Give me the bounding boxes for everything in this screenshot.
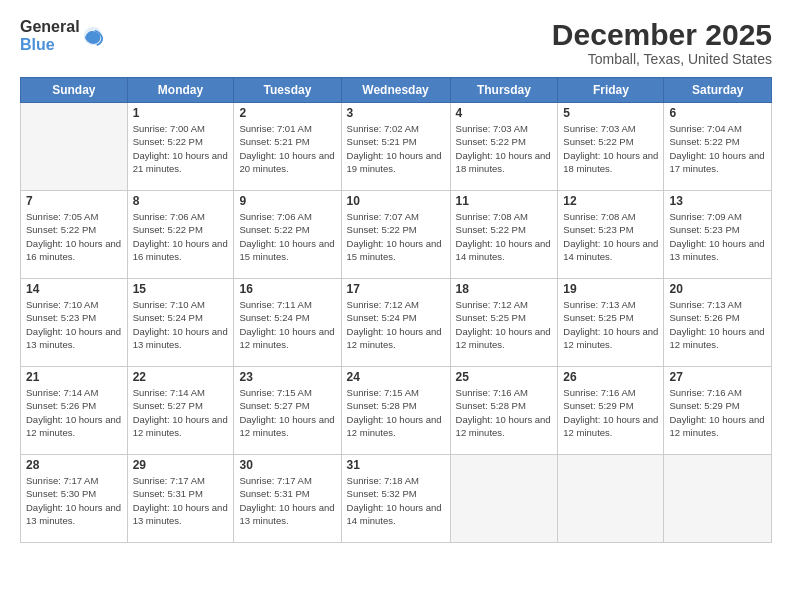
day-info: Sunrise: 7:16 AM Sunset: 5:28 PM Dayligh… <box>456 386 553 439</box>
weekday-header-saturday: Saturday <box>664 78 772 103</box>
day-info: Sunrise: 7:17 AM Sunset: 5:31 PM Dayligh… <box>133 474 229 527</box>
day-number: 31 <box>347 458 445 472</box>
day-number: 19 <box>563 282 658 296</box>
day-number: 7 <box>26 194 122 208</box>
day-number: 6 <box>669 106 766 120</box>
day-number: 27 <box>669 370 766 384</box>
day-number: 30 <box>239 458 335 472</box>
day-info: Sunrise: 7:08 AM Sunset: 5:22 PM Dayligh… <box>456 210 553 263</box>
logo-general: General <box>20 18 80 36</box>
day-info: Sunrise: 7:16 AM Sunset: 5:29 PM Dayligh… <box>563 386 658 439</box>
day-info: Sunrise: 7:12 AM Sunset: 5:24 PM Dayligh… <box>347 298 445 351</box>
calendar-cell: 11Sunrise: 7:08 AM Sunset: 5:22 PM Dayli… <box>450 191 558 279</box>
day-number: 3 <box>347 106 445 120</box>
calendar-week-row: 14Sunrise: 7:10 AM Sunset: 5:23 PM Dayli… <box>21 279 772 367</box>
day-info: Sunrise: 7:15 AM Sunset: 5:27 PM Dayligh… <box>239 386 335 439</box>
day-number: 9 <box>239 194 335 208</box>
calendar-cell: 3Sunrise: 7:02 AM Sunset: 5:21 PM Daylig… <box>341 103 450 191</box>
day-number: 1 <box>133 106 229 120</box>
day-number: 8 <box>133 194 229 208</box>
calendar-cell: 26Sunrise: 7:16 AM Sunset: 5:29 PM Dayli… <box>558 367 664 455</box>
day-number: 15 <box>133 282 229 296</box>
day-number: 5 <box>563 106 658 120</box>
calendar-cell: 15Sunrise: 7:10 AM Sunset: 5:24 PM Dayli… <box>127 279 234 367</box>
calendar-cell: 22Sunrise: 7:14 AM Sunset: 5:27 PM Dayli… <box>127 367 234 455</box>
logo-text-block: General Blue <box>20 18 80 53</box>
day-number: 2 <box>239 106 335 120</box>
logo: General Blue <box>20 18 104 53</box>
logo-blue: Blue <box>20 36 80 54</box>
day-info: Sunrise: 7:10 AM Sunset: 5:23 PM Dayligh… <box>26 298 122 351</box>
calendar-cell: 9Sunrise: 7:06 AM Sunset: 5:22 PM Daylig… <box>234 191 341 279</box>
day-info: Sunrise: 7:15 AM Sunset: 5:28 PM Dayligh… <box>347 386 445 439</box>
day-number: 10 <box>347 194 445 208</box>
calendar-cell: 25Sunrise: 7:16 AM Sunset: 5:28 PM Dayli… <box>450 367 558 455</box>
weekday-header-tuesday: Tuesday <box>234 78 341 103</box>
calendar-cell: 18Sunrise: 7:12 AM Sunset: 5:25 PM Dayli… <box>450 279 558 367</box>
day-number: 16 <box>239 282 335 296</box>
calendar-cell: 19Sunrise: 7:13 AM Sunset: 5:25 PM Dayli… <box>558 279 664 367</box>
day-info: Sunrise: 7:03 AM Sunset: 5:22 PM Dayligh… <box>456 122 553 175</box>
calendar-cell: 12Sunrise: 7:08 AM Sunset: 5:23 PM Dayli… <box>558 191 664 279</box>
day-info: Sunrise: 7:09 AM Sunset: 5:23 PM Dayligh… <box>669 210 766 263</box>
calendar-cell <box>450 455 558 543</box>
day-info: Sunrise: 7:14 AM Sunset: 5:26 PM Dayligh… <box>26 386 122 439</box>
day-number: 11 <box>456 194 553 208</box>
day-number: 12 <box>563 194 658 208</box>
day-number: 23 <box>239 370 335 384</box>
page: General Blue December 2025 Tomball, Texa… <box>0 0 792 612</box>
calendar-cell: 29Sunrise: 7:17 AM Sunset: 5:31 PM Dayli… <box>127 455 234 543</box>
day-info: Sunrise: 7:10 AM Sunset: 5:24 PM Dayligh… <box>133 298 229 351</box>
calendar-week-row: 1Sunrise: 7:00 AM Sunset: 5:22 PM Daylig… <box>21 103 772 191</box>
day-number: 18 <box>456 282 553 296</box>
calendar-cell <box>558 455 664 543</box>
day-info: Sunrise: 7:06 AM Sunset: 5:22 PM Dayligh… <box>133 210 229 263</box>
calendar-cell: 28Sunrise: 7:17 AM Sunset: 5:30 PM Dayli… <box>21 455 128 543</box>
day-info: Sunrise: 7:11 AM Sunset: 5:24 PM Dayligh… <box>239 298 335 351</box>
day-number: 29 <box>133 458 229 472</box>
weekday-header-monday: Monday <box>127 78 234 103</box>
day-info: Sunrise: 7:04 AM Sunset: 5:22 PM Dayligh… <box>669 122 766 175</box>
day-info: Sunrise: 7:07 AM Sunset: 5:22 PM Dayligh… <box>347 210 445 263</box>
day-number: 26 <box>563 370 658 384</box>
day-info: Sunrise: 7:17 AM Sunset: 5:31 PM Dayligh… <box>239 474 335 527</box>
day-number: 21 <box>26 370 122 384</box>
day-info: Sunrise: 7:17 AM Sunset: 5:30 PM Dayligh… <box>26 474 122 527</box>
weekday-header-sunday: Sunday <box>21 78 128 103</box>
day-info: Sunrise: 7:08 AM Sunset: 5:23 PM Dayligh… <box>563 210 658 263</box>
day-number: 28 <box>26 458 122 472</box>
day-info: Sunrise: 7:01 AM Sunset: 5:21 PM Dayligh… <box>239 122 335 175</box>
calendar-cell: 16Sunrise: 7:11 AM Sunset: 5:24 PM Dayli… <box>234 279 341 367</box>
calendar-cell: 7Sunrise: 7:05 AM Sunset: 5:22 PM Daylig… <box>21 191 128 279</box>
day-info: Sunrise: 7:13 AM Sunset: 5:26 PM Dayligh… <box>669 298 766 351</box>
day-info: Sunrise: 7:14 AM Sunset: 5:27 PM Dayligh… <box>133 386 229 439</box>
calendar-cell: 6Sunrise: 7:04 AM Sunset: 5:22 PM Daylig… <box>664 103 772 191</box>
day-number: 17 <box>347 282 445 296</box>
calendar-week-row: 7Sunrise: 7:05 AM Sunset: 5:22 PM Daylig… <box>21 191 772 279</box>
calendar-cell: 13Sunrise: 7:09 AM Sunset: 5:23 PM Dayli… <box>664 191 772 279</box>
day-number: 14 <box>26 282 122 296</box>
calendar-cell: 4Sunrise: 7:03 AM Sunset: 5:22 PM Daylig… <box>450 103 558 191</box>
calendar-cell: 1Sunrise: 7:00 AM Sunset: 5:22 PM Daylig… <box>127 103 234 191</box>
day-info: Sunrise: 7:12 AM Sunset: 5:25 PM Dayligh… <box>456 298 553 351</box>
calendar-cell: 27Sunrise: 7:16 AM Sunset: 5:29 PM Dayli… <box>664 367 772 455</box>
day-number: 24 <box>347 370 445 384</box>
day-info: Sunrise: 7:03 AM Sunset: 5:22 PM Dayligh… <box>563 122 658 175</box>
calendar-cell: 10Sunrise: 7:07 AM Sunset: 5:22 PM Dayli… <box>341 191 450 279</box>
day-number: 20 <box>669 282 766 296</box>
calendar-cell: 21Sunrise: 7:14 AM Sunset: 5:26 PM Dayli… <box>21 367 128 455</box>
calendar-cell: 24Sunrise: 7:15 AM Sunset: 5:28 PM Dayli… <box>341 367 450 455</box>
calendar-cell: 17Sunrise: 7:12 AM Sunset: 5:24 PM Dayli… <box>341 279 450 367</box>
day-info: Sunrise: 7:02 AM Sunset: 5:21 PM Dayligh… <box>347 122 445 175</box>
day-info: Sunrise: 7:06 AM Sunset: 5:22 PM Dayligh… <box>239 210 335 263</box>
weekday-header-thursday: Thursday <box>450 78 558 103</box>
day-number: 25 <box>456 370 553 384</box>
calendar-cell: 23Sunrise: 7:15 AM Sunset: 5:27 PM Dayli… <box>234 367 341 455</box>
calendar-table: SundayMondayTuesdayWednesdayThursdayFrid… <box>20 77 772 543</box>
calendar-week-row: 28Sunrise: 7:17 AM Sunset: 5:30 PM Dayli… <box>21 455 772 543</box>
weekday-header-row: SundayMondayTuesdayWednesdayThursdayFrid… <box>21 78 772 103</box>
calendar-cell: 20Sunrise: 7:13 AM Sunset: 5:26 PM Dayli… <box>664 279 772 367</box>
calendar-cell: 14Sunrise: 7:10 AM Sunset: 5:23 PM Dayli… <box>21 279 128 367</box>
day-number: 13 <box>669 194 766 208</box>
day-info: Sunrise: 7:16 AM Sunset: 5:29 PM Dayligh… <box>669 386 766 439</box>
